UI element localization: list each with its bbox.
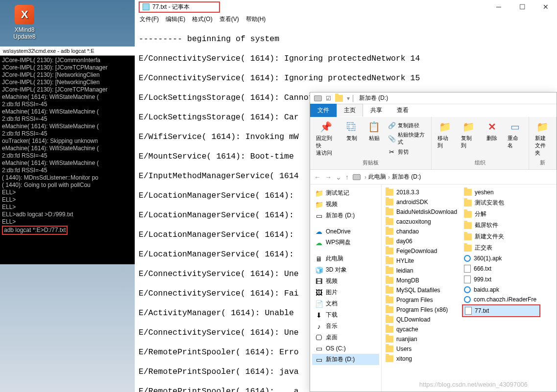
file-item[interactable]: leidian [384, 266, 462, 276]
menu-item[interactable]: 文件(F) [140, 15, 159, 23]
tree-item[interactable]: ☁OneDrive [312, 226, 379, 237]
file-item[interactable]: 截屏软件 [462, 220, 540, 231]
file-item[interactable]: HYLite [384, 256, 462, 266]
drive-icon [353, 174, 361, 180]
folder-icon [464, 233, 472, 240]
file-item[interactable]: androidSDK [384, 197, 462, 207]
folder-icon [386, 199, 393, 206]
tree-item[interactable]: ▭新加卷 (D:) [312, 354, 379, 365]
menu-item[interactable]: 帮助(H) [246, 15, 266, 23]
tree-item[interactable]: ☁WPS网盘 [312, 237, 379, 248]
pasteshortcut-button[interactable]: 📎粘贴快捷方式 [388, 131, 427, 146]
desktop-icon-xmind[interactable]: XMind8 Update8 [10, 5, 39, 40]
folder-icon [464, 200, 472, 207]
breadcrumb[interactable]: ›此电脑 ›新加卷 (D:) [364, 173, 421, 181]
file-item[interactable]: BaiduNetdiskDownload [384, 207, 462, 217]
file-item[interactable]: 分解 [462, 208, 540, 220]
folder-icon [386, 208, 393, 215]
tree-item[interactable]: 🖵桌面 [312, 332, 379, 343]
file-item[interactable]: ruanjian [384, 334, 462, 344]
tree-item[interactable]: 🧊3D 对象 [312, 264, 379, 276]
file-item[interactable]: com.chaozh.iReaderFre [462, 295, 540, 304]
explorer-addressbar[interactable]: ← → ⌄ ↑ ›此电脑 ›新加卷 (D:) [310, 170, 557, 184]
notepad-titlebar[interactable]: 77.txt - 记事本 ─ ☐ ✕ [135, 0, 557, 14]
forward-button[interactable]: → [325, 173, 332, 181]
file-item[interactable]: Users [384, 344, 462, 354]
explorer-window[interactable]: ☑ ▾ │ 新加卷 (D:) 文件 主页 共享 查看 📌固定到快 速访问 ⿻复制… [310, 92, 557, 392]
copypath-button[interactable]: 🔗复制路径 [388, 121, 427, 130]
cmd-window[interactable]: ws\system32\cmd.exe - adb logcat *:E JCo… [0, 46, 135, 264]
folder-icon [386, 257, 393, 264]
file-item[interactable]: caozuoxitong [384, 217, 462, 227]
file-item[interactable]: Program Files [384, 295, 462, 305]
copy-button[interactable]: ⿻复制 [343, 119, 361, 158]
explorer-titlebar[interactable]: ☑ ▾ │ 新加卷 (D:) [310, 92, 557, 104]
back-button[interactable]: ← [314, 173, 321, 181]
folder-icon [386, 316, 393, 323]
file-item[interactable]: 测试安装包 [462, 197, 540, 208]
tree-item[interactable]: 🎞视频 [312, 276, 379, 287]
file-item[interactable]: 999.txt [462, 274, 540, 285]
tree-item[interactable]: 📁视频 [312, 199, 379, 210]
file-item[interactable]: yeshen [462, 187, 540, 197]
tab-share[interactable]: 共享 [363, 104, 389, 117]
up-button[interactable]: ↑ [345, 173, 349, 181]
copyto-button[interactable]: 📁复制到 [459, 119, 478, 158]
file-item[interactable]: 360(1).apk [462, 254, 540, 263]
close-button[interactable]: ✕ [538, 3, 553, 11]
tab-view[interactable]: 查看 [389, 104, 416, 117]
file-icon [465, 307, 472, 315]
tab-file[interactable]: 文件 [310, 104, 337, 117]
tree-item[interactable]: ▭新加卷 (D:) [312, 210, 379, 221]
rename-button[interactable]: ▭重命名 [506, 119, 525, 158]
tree-item[interactable]: 🖼图片 [312, 287, 379, 298]
file-item[interactable]: 新建文件夹 [462, 231, 540, 242]
tree-item[interactable]: 📁测试笔记 [312, 187, 379, 199]
clipboard-group-label: 剪贴板 [314, 158, 427, 167]
cmd-body[interactable]: JCore-IMPL( 2130): [JCommonInterfaJCore-… [0, 56, 135, 236]
menu-item[interactable]: 格式(O) [192, 15, 212, 23]
folder-icon [464, 211, 472, 218]
minimize-button[interactable]: ─ [491, 3, 506, 11]
cut-button[interactable]: ✂剪切 [388, 147, 427, 156]
recent-button[interactable]: ⌄ [336, 173, 341, 181]
folder-icon [386, 306, 393, 313]
menu-item[interactable]: 编辑(E) [166, 15, 185, 23]
maximize-button[interactable]: ☐ [515, 3, 530, 11]
file-item[interactable]: 2018.3.3 [384, 187, 462, 197]
file-item[interactable]: xitong [384, 354, 462, 364]
tab-home[interactable]: 主页 [337, 104, 363, 117]
folder-icon [386, 297, 393, 303]
ie-icon [464, 255, 471, 262]
cmd-titlebar: ws\system32\cmd.exe - adb logcat *:E [0, 46, 135, 56]
file-item[interactable]: MongDB [384, 276, 462, 285]
pin-button[interactable]: 📌固定到快 速访问 [314, 119, 338, 158]
file-item[interactable]: qycache [384, 324, 462, 334]
explorer-files[interactable]: 2018.3.3androidSDKBaiduNetdiskDownloadca… [382, 184, 557, 392]
file-item[interactable]: 77.txt [462, 304, 540, 317]
tree-item[interactable]: ♪音乐 [312, 321, 379, 332]
moveto-button[interactable]: 📁移动到 [436, 119, 455, 158]
menu-item[interactable]: 查看(V) [219, 15, 239, 23]
file-item[interactable]: Program Files (x86) [384, 305, 462, 315]
folder-icon [386, 228, 393, 235]
file-item[interactable]: day06 [384, 236, 462, 246]
file-item[interactable]: 666.txt [462, 263, 540, 274]
drive-icon [314, 95, 322, 101]
tree-item[interactable]: 🖥此电脑 [312, 253, 379, 264]
file-item[interactable]: baidu.apk [462, 285, 540, 295]
ie-icon [464, 296, 471, 303]
folder-icon [386, 189, 393, 196]
file-item[interactable]: QLDownload [384, 315, 462, 324]
newfolder-button[interactable]: 📁新建 文件夹 [533, 119, 552, 158]
tree-item[interactable]: 📄文档 [312, 298, 379, 309]
tree-item[interactable]: ⬇下载 [312, 309, 379, 321]
paste-button[interactable]: 📋粘贴 [365, 119, 383, 158]
file-item[interactable]: MySQL Datafiles [384, 285, 462, 295]
delete-button[interactable]: ✕删除 [483, 119, 501, 158]
explorer-tree[interactable]: 📁测试笔记📁视频▭新加卷 (D:)☁OneDrive☁WPS网盘🖥此电脑🧊3D … [310, 184, 382, 392]
file-item[interactable]: FeigeDownload [384, 246, 462, 256]
tree-item[interactable]: ▭OS (C:) [312, 343, 379, 354]
file-item[interactable]: chandao [384, 227, 462, 236]
file-item[interactable]: 正交表 [462, 242, 540, 254]
